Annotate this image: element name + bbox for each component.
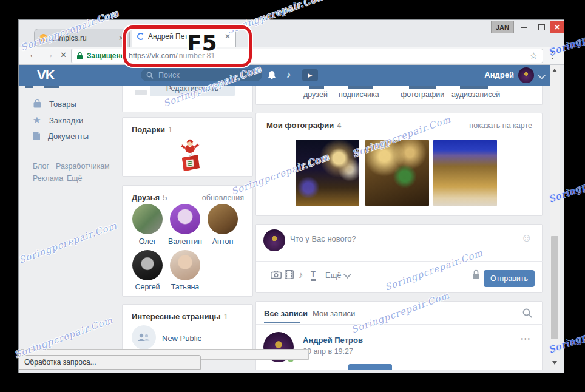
pages-count: 1 [224, 312, 228, 321]
friend-name[interactable]: Валентин [167, 237, 203, 246]
document-icon [33, 131, 41, 141]
gifts-card: Подарки1 [122, 117, 253, 177]
status-bar: Обработка запроса... [19, 355, 201, 370]
my-avatar[interactable] [263, 229, 285, 251]
sidebar-item-label: Закладки [49, 116, 83, 125]
sidebar-link-more[interactable]: Ещё [67, 174, 83, 183]
photo-thumbnail[interactable] [433, 140, 497, 206]
bag-icon [33, 99, 42, 109]
friend-name[interactable]: Олег [129, 237, 166, 246]
screenshot-root: { "watermark": {"text": "Soringpcrepair.… [0, 0, 585, 392]
minimize-button[interactable] [516, 21, 532, 33]
scroll-down-icon[interactable] [552, 361, 557, 365]
photo-thumbnail[interactable] [296, 140, 359, 206]
composer-divider [256, 261, 543, 262]
wall-tab-my-posts[interactable]: Мои записи [313, 309, 355, 318]
post-author-name[interactable]: Андрей Петров [303, 336, 363, 345]
post-menu-icon[interactable]: ••• [521, 336, 531, 342]
gifts-count: 1 [168, 125, 172, 134]
sidebar-link-developers[interactable]: Разработчикам [56, 162, 110, 171]
smiley-icon[interactable]: ☺ [521, 232, 532, 245]
cut-sidebar-fragment [25, 86, 33, 88]
vk-top-bar: VK ♪ ▶ Андрей [19, 65, 550, 86]
camera-icon[interactable] [271, 271, 282, 279]
wall-tab-all-posts[interactable]: Все записи [264, 309, 308, 318]
gifts-title[interactable]: Подарки1 [132, 125, 172, 134]
friends-count: 5 [163, 193, 167, 202]
minimize-icon [521, 27, 527, 28]
vk-logo[interactable]: VK [37, 67, 55, 83]
sidebar-link-blog[interactable]: Блог [33, 162, 49, 171]
header-user-name[interactable]: Андрей [481, 70, 514, 79]
counter-label-photos[interactable]: фотографии [401, 90, 444, 99]
public-page-avatar[interactable] [132, 325, 156, 350]
friends-title[interactable]: Друзья5 [132, 193, 167, 202]
text-format-icon[interactable]: T [311, 269, 316, 281]
jan-badge: JAN [491, 21, 514, 33]
star-icon: ★ [33, 115, 42, 126]
cut-counter-number [460, 86, 488, 89]
sidebar-link-ads[interactable]: Реклама [33, 174, 63, 183]
scroll-up-icon[interactable] [552, 69, 557, 72]
friend-avatar[interactable] [132, 250, 163, 280]
santa-gift-image[interactable] [170, 136, 206, 174]
cut-counter-number [309, 86, 324, 89]
photos-count: 4 [337, 121, 341, 130]
composer-placeholder[interactable]: Что у Вас нового? [290, 234, 356, 243]
pages-title[interactable]: Интересные страницы1 [132, 312, 228, 321]
cut-counter-number [348, 86, 373, 89]
security-label[interactable]: Защищено [87, 52, 125, 60]
public-page-name[interactable]: New Public [162, 334, 201, 343]
people-icon [137, 333, 150, 342]
chevron-down-icon [343, 271, 351, 279]
stop-reload-icon[interactable]: ✕ [60, 50, 67, 59]
music-icon[interactable]: ♪ [286, 69, 291, 79]
header-user-avatar[interactable] [518, 67, 534, 83]
cut-attachment-fragment [348, 364, 392, 370]
forward-icon[interactable]: → [44, 49, 54, 60]
maximize-button[interactable] [533, 21, 549, 33]
cut-ui-fragment [135, 90, 147, 95]
send-post-button[interactable]: Отправить [484, 270, 535, 287]
back-icon[interactable]: ← [29, 49, 38, 60]
interesting-pages-card: Интересные страницы1 New Public [122, 304, 253, 355]
wall-search-icon[interactable] [522, 308, 532, 318]
video-play-icon[interactable]: ▶ [302, 69, 318, 81]
header-chevron-down-icon[interactable] [538, 72, 546, 79]
status-text: Обработка запроса... [24, 358, 96, 367]
post-date[interactable]: 20 апр в 19:27 [303, 347, 353, 356]
friends-card: Друзья5 обновления Олег Валентин Антон С… [122, 185, 253, 297]
counter-label-audio[interactable]: аудиозаписей [451, 90, 500, 99]
friend-avatar[interactable] [132, 204, 163, 234]
friend-avatar[interactable] [170, 204, 200, 234]
sidebar-item-goods[interactable]: Товары [33, 99, 76, 109]
secure-lock-icon [76, 52, 83, 60]
more-label: Ещё [325, 271, 342, 280]
notifications-bell-icon[interactable] [267, 70, 277, 81]
friend-avatar[interactable] [170, 250, 200, 280]
scrollbar-thumb[interactable] [551, 236, 558, 339]
close-button[interactable]: ✕ [550, 21, 564, 33]
friend-name[interactable]: Антон [205, 237, 241, 246]
counter-label-followers[interactable]: подписчика [339, 90, 379, 99]
sidebar-item-documents[interactable]: Документы [33, 131, 89, 141]
my-photos-title[interactable]: Мои фотографии4 [266, 121, 342, 130]
sidebar-item-bookmarks[interactable]: ★ Закладки [33, 115, 83, 126]
video-icon[interactable] [285, 270, 294, 279]
friend-name[interactable]: Татьяна [167, 283, 203, 291]
cut-counter-number [409, 86, 436, 89]
friend-name[interactable]: Сергей [129, 283, 166, 291]
sidebar-item-label: Товары [49, 100, 76, 109]
sidebar-item-label: Документы [48, 132, 89, 141]
show-on-map-link[interactable]: показать на карте [469, 121, 532, 130]
composer-more-button[interactable]: Ещё [325, 271, 350, 280]
bookmark-star-icon[interactable]: ☆ [530, 50, 538, 61]
privacy-lock-icon[interactable] [472, 269, 480, 279]
audio-icon[interactable]: ♪ [299, 269, 303, 280]
wall-divider [256, 324, 543, 325]
maximize-icon [538, 24, 545, 30]
friend-avatar[interactable] [208, 204, 238, 234]
cut-sidebar-fragment [44, 86, 59, 88]
counter-label-friends[interactable]: друзей [303, 90, 328, 99]
annotation-f5-key-label: F5 [187, 30, 217, 55]
